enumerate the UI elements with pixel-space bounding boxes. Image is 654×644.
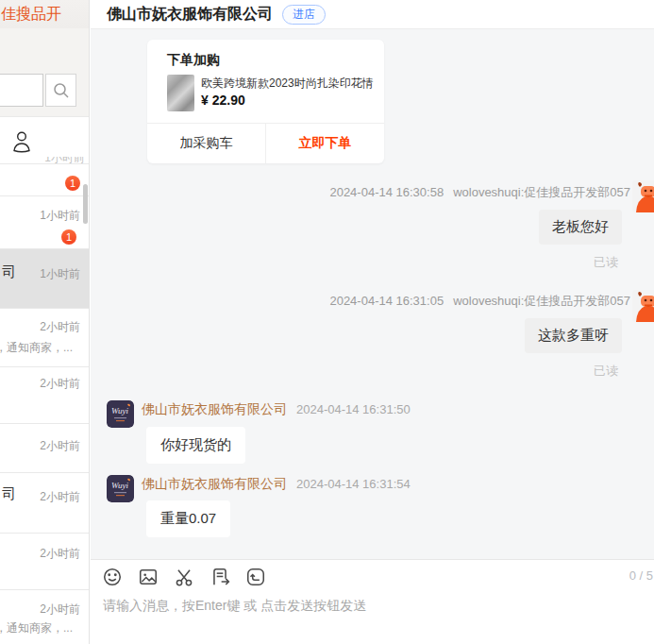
read-status: 已读 xyxy=(594,363,618,380)
seller-name-link[interactable]: 佛山市妩衣服饰有限公司 xyxy=(142,476,287,491)
conversation-title[interactable]: 司 xyxy=(2,485,16,503)
char-counter: 0 / 5 xyxy=(629,568,653,583)
image-button[interactable] xyxy=(138,567,159,587)
conversation-time[interactable]: 2小时前 xyxy=(40,546,80,562)
divider xyxy=(0,423,90,424)
product-title[interactable]: 欧美跨境新款2023时尚扎染印花情 xyxy=(201,76,383,92)
seller-avatar[interactable]: Wuyi xyxy=(107,475,134,502)
message-bubble[interactable]: 你好现货的 xyxy=(146,427,245,464)
svg-text:Wuyi: Wuyi xyxy=(111,481,128,490)
message-time: 2024-04-14 16:31:54 xyxy=(296,477,411,491)
search-button[interactable] xyxy=(45,74,76,107)
divider xyxy=(0,116,90,117)
emoji-button[interactable] xyxy=(102,567,123,587)
svg-text:Wuyi: Wuyi xyxy=(111,406,128,415)
message-input[interactable]: 请输入消息，按Enter键 或 点击发送按钮发送 xyxy=(103,598,641,636)
divider xyxy=(0,533,90,534)
image-icon xyxy=(138,567,159,587)
unread-badge: 1 xyxy=(65,176,80,191)
buyer-avatar[interactable] xyxy=(632,290,654,322)
order-card-title: 下单加购 xyxy=(167,52,220,69)
conversation-snippet: ，通知商家，... xyxy=(0,620,90,636)
product-thumbnail[interactable] xyxy=(167,75,194,111)
magnifier-icon xyxy=(52,81,71,100)
add-to-cart-button[interactable]: 加采购车 xyxy=(147,124,265,163)
chat-header: 佛山市妩衣服饰有限公司 进店 xyxy=(91,0,654,29)
message-meta: 佛山市妩衣服饰有限公司2024-04-14 16:31:54 xyxy=(142,476,411,493)
message-sender: woloveshuqi:促佳搜品开发部057 xyxy=(453,185,630,199)
divider xyxy=(0,195,90,196)
conversation-title[interactable]: 司 xyxy=(2,263,16,281)
message-sender: woloveshuqi:促佳搜品开发部057 xyxy=(453,294,630,308)
document-send-icon xyxy=(210,567,230,587)
conversation-time[interactable]: 2小时前 xyxy=(40,438,80,454)
message-meta: 2024-04-14 16:31:05woloveshuqi:促佳搜品开发部05… xyxy=(329,293,630,310)
file-button[interactable] xyxy=(210,567,230,587)
message-bubble[interactable]: 重量0.07 xyxy=(146,500,230,537)
search-input[interactable] xyxy=(0,74,43,107)
list-item[interactable]: 1小时前 xyxy=(44,157,85,164)
message-time: 2024-04-14 16:31:05 xyxy=(329,294,444,308)
buyer-avatar[interactable] xyxy=(632,180,654,212)
scissors-icon xyxy=(174,567,194,587)
conversation-time[interactable]: 1小时前 xyxy=(40,208,80,224)
message-meta: 佛山市妩衣服饰有限公司2024-04-14 16:31:50 xyxy=(142,401,411,418)
message-bubble[interactable]: 这款多重呀 xyxy=(525,318,622,353)
message-meta: 2024-04-14 16:30:58woloveshuqi:促佳搜品开发部05… xyxy=(329,184,630,201)
read-status: 已读 xyxy=(594,254,618,271)
conversation-time: 1小时前 xyxy=(44,157,85,164)
emoji-icon xyxy=(102,567,123,587)
history-icon xyxy=(245,567,266,587)
message-time: 2024-04-14 16:30:58 xyxy=(329,185,444,199)
person-icon[interactable] xyxy=(9,128,34,155)
divider xyxy=(0,308,90,309)
conversation-time: 2小时前 xyxy=(40,489,80,505)
chat-window: 佳搜品开 1小时前 1 1小时前 1 司 1小时前 xyxy=(0,0,654,644)
message-time: 2024-04-14 16:31:50 xyxy=(296,402,411,416)
divider xyxy=(0,366,90,367)
order-now-button[interactable]: 立即下单 xyxy=(266,124,384,163)
message-area[interactable]: 下单加购 欧美跨境新款2023时尚扎染印花情 ¥ 22.90 加采购车 立即下单… xyxy=(91,29,654,559)
conversation-snippet: ，通知商家，... xyxy=(0,340,90,356)
shop-name-title: 佛山市妩衣服饰有限公司 xyxy=(107,5,273,25)
conversation-sidebar: 佳搜品开 1小时前 1 1小时前 1 司 1小时前 xyxy=(0,0,90,644)
chat-main: 佛山市妩衣服饰有限公司 进店 下单加购 欧美跨境新款2023时尚扎染印花情 ¥ … xyxy=(91,0,654,644)
divider xyxy=(0,472,90,473)
conversation-time[interactable]: 2小时前 xyxy=(40,602,80,618)
history-button[interactable] xyxy=(245,567,266,587)
product-price: ¥ 22.90 xyxy=(201,93,245,108)
conversation-time[interactable]: 2小时前 xyxy=(40,319,80,335)
window-title-fragment: 佳搜品开 xyxy=(1,5,61,25)
seller-avatar[interactable]: Wuyi xyxy=(107,400,134,428)
message-bubble[interactable]: 老板您好 xyxy=(539,210,622,245)
conversation-time: 1小时前 xyxy=(40,266,80,282)
conversation-time[interactable]: 2小时前 xyxy=(40,376,80,392)
composer-toolbar xyxy=(102,567,266,587)
seller-name-link[interactable]: 佛山市妩衣服饰有限公司 xyxy=(142,401,287,416)
screenshot-button[interactable] xyxy=(174,567,194,587)
composer: 0 / 5 请输入消息，按Enter键 或 点击发送按钮发送 xyxy=(91,559,654,644)
enter-shop-button[interactable]: 进店 xyxy=(282,5,326,25)
divider xyxy=(0,589,90,590)
unread-badge: 1 xyxy=(61,229,76,245)
sidebar-scrollbar[interactable] xyxy=(83,184,88,224)
sidebar-titlebar: 佳搜品开 xyxy=(0,0,90,28)
order-card: 下单加购 欧美跨境新款2023时尚扎染印花情 ¥ 22.90 加采购车 立即下单 xyxy=(147,40,384,163)
